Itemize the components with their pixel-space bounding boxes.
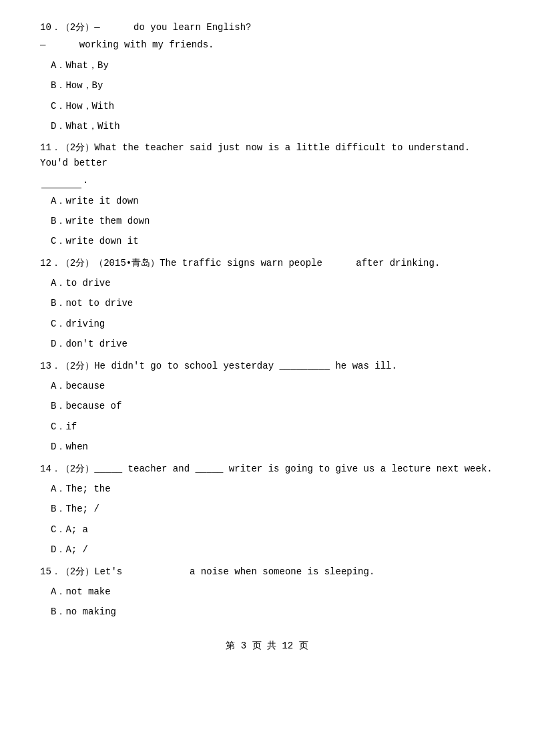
question-11-blank	[41, 188, 81, 188]
question-13-number: 13．	[40, 361, 61, 371]
question-13-text1: 13．（2分）He didn't go to school yesterday …	[40, 359, 494, 373]
page-footer: 第 3 页 共 12 页	[40, 640, 494, 652]
question-10-text2: — working with my friends.	[40, 37, 494, 52]
question-10-text1: 10．（2分）— do you learn English?	[40, 20, 494, 35]
question-12-optionA: A．to drive	[40, 276, 494, 291]
question-12-number: 12．	[40, 258, 61, 268]
question-11-period: .	[83, 175, 88, 186]
question-11-optionB: B．write them down	[40, 214, 494, 228]
question-15: 15．（2分）Let's a noise when someone is sle…	[40, 564, 494, 620]
question-10-points: （2分）—	[61, 22, 100, 33]
question-14-optionB: B．The; /	[40, 502, 494, 516]
question-13-optionD: D．when	[40, 439, 494, 454]
question-12-optionB: B．not to drive	[40, 296, 494, 311]
question-11-optionC: C．write down it	[40, 234, 494, 248]
question-10-number: 10．	[40, 22, 61, 33]
question-14-optionC: C．A; a	[40, 522, 494, 537]
question-13: 13．（2分）He didn't go to school yesterday …	[40, 359, 494, 455]
question-15-optionA: A．not make	[40, 584, 494, 599]
question-10-body2: working with my friends.	[79, 39, 214, 50]
question-11-text1: 11．（2分）What the teacher said just now is…	[40, 140, 494, 170]
question-13-optionC: C．if	[40, 419, 494, 434]
question-12-optionD: D．don't drive	[40, 337, 494, 351]
question-10-body1: do you learn English?	[134, 22, 251, 33]
question-12-optionC: C．driving	[40, 317, 494, 331]
question-11-text2: .	[40, 173, 494, 188]
question-15-text1: 15．（2分）Let's a noise when someone is sle…	[40, 564, 494, 579]
question-12: 12．（2分）（2015•青岛）The traffic signs warn p…	[40, 256, 494, 352]
question-15-points: （2分）Let's	[61, 566, 122, 577]
question-14-text1: 14．（2分）_____ teacher and _____ writer is…	[40, 461, 494, 476]
question-14-optionD: D．A; /	[40, 542, 494, 557]
question-11-number: 11．	[40, 142, 61, 153]
question-14-number: 14．	[40, 463, 61, 474]
question-11-points: （2分）What the teacher said just now is a …	[40, 142, 470, 168]
question-10-dash: —	[40, 39, 45, 50]
question-15-optionB: B．no making	[40, 604, 494, 619]
question-10-optionB: B．How，By	[40, 78, 494, 93]
question-12-points: （2分）（2015•青岛）The traffic signs warn peop…	[61, 258, 322, 268]
question-10-optionD: D．What，With	[40, 119, 494, 134]
question-13-optionA: A．because	[40, 379, 494, 393]
question-10: 10．（2分）— do you learn English? — working…	[40, 20, 494, 134]
question-12-text1: 12．（2分）（2015•青岛）The traffic signs warn p…	[40, 256, 494, 270]
question-11: 11．（2分）What the teacher said just now is…	[40, 140, 494, 248]
question-14-optionA: A．The; the	[40, 482, 494, 496]
question-13-optionB: B．because of	[40, 399, 494, 413]
question-10-optionA: A．What，By	[40, 58, 494, 73]
question-15-number: 15．	[40, 566, 61, 577]
question-11-optionA: A．write it down	[40, 194, 494, 208]
footer-text: 第 3 页 共 12 页	[226, 640, 308, 651]
question-15-body: a noise when someone is sleeping.	[190, 566, 374, 577]
question-13-points: （2分）He didn't go to school yesterday ___…	[61, 361, 397, 371]
question-14-points: （2分）_____ teacher and _____ writer is go…	[61, 463, 493, 474]
question-12-body: after drinking.	[356, 258, 440, 268]
question-14: 14．（2分）_____ teacher and _____ writer is…	[40, 461, 494, 558]
question-10-optionC: C．How，With	[40, 99, 494, 114]
